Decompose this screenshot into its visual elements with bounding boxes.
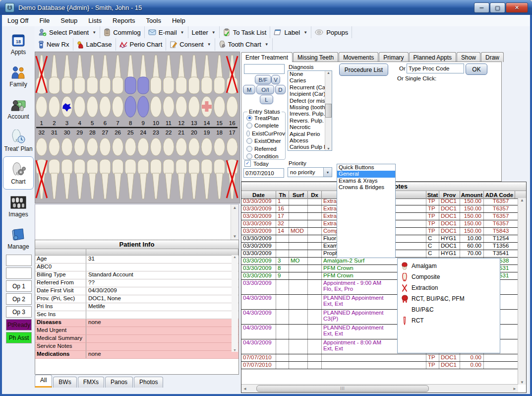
category-quick-buttons[interactable]: Quick Buttons	[337, 164, 395, 171]
radio-icon[interactable]	[246, 146, 252, 152]
quick-button-extraction[interactable]: Extraction	[398, 282, 500, 293]
scroll-down-icon[interactable]: ▼	[233, 348, 236, 352]
sidebar-module-family[interactable]: Family	[2, 60, 35, 92]
sidebar-module-appts[interactable]: 18Appts	[2, 27, 35, 60]
image-tab-photos[interactable]: Photos	[134, 377, 163, 388]
diagnosis-option-irrevers-pulp[interactable]: Irrevers. Pulp.	[288, 111, 325, 117]
menu-help[interactable]: Help	[167, 16, 191, 25]
entry-status-complete[interactable]: Complete	[243, 122, 285, 130]
scroll-up-icon[interactable]: ▲	[327, 71, 330, 74]
toolbar-button-select-patient[interactable]: Select Patient▼	[35, 26, 100, 38]
tab-primary[interactable]: Primary	[379, 52, 408, 62]
progress-notes-hscrollbar[interactable]: ◄ lll ►	[241, 384, 518, 393]
category-exams-xrays[interactable]: Exams & Xrays	[337, 178, 395, 184]
diagnosis-option-recurrent-car[interactable]: Recurrent (Car)	[288, 84, 325, 91]
dropdown-arrow-icon[interactable]: ▼	[180, 30, 184, 35]
toolbar-button-tooth-chart[interactable]: Tooth Chart▼	[215, 38, 273, 51]
entry-status-condition[interactable]: Condition	[243, 153, 285, 161]
sidebar-module-chart[interactable]: Chart	[3, 156, 34, 190]
surface-button-v[interactable]: V	[271, 75, 280, 84]
image-tab-all[interactable]: All	[35, 375, 52, 388]
tab-movements[interactable]: Movements	[339, 52, 378, 62]
progress-notes-vscrollbar[interactable]: ▲ ▼	[518, 198, 526, 385]
sidebar-module-account[interactable]: Account	[2, 92, 35, 124]
operatory-blank[interactable]	[6, 267, 32, 279]
radio-icon[interactable]	[246, 115, 252, 121]
scroll-down-icon[interactable]: ▼	[327, 147, 330, 150]
operatory-button-op-1[interactable]: Op 1	[6, 280, 32, 292]
operatory-button-op-2[interactable]: Op 2	[6, 293, 32, 305]
toolbar-button-label[interactable]: Label▼	[270, 26, 311, 38]
category-general[interactable]: General	[337, 171, 395, 177]
radio-icon[interactable]	[246, 131, 250, 136]
operatory-button-op-3[interactable]: Op 3	[6, 306, 32, 318]
procedure-date-input[interactable]	[243, 168, 284, 178]
scrollbar-thumb[interactable]	[325, 104, 332, 118]
quick-button-composite[interactable]: Composite	[398, 271, 500, 282]
entry-status-existother[interactable]: ExistOther	[243, 137, 285, 145]
column-header-surf[interactable]: Surf	[289, 191, 308, 198]
toolbar-button-consent[interactable]: Consent▼	[166, 38, 215, 51]
diagnosis-option-none[interactable]: None	[288, 71, 325, 77]
scroll-down-icon[interactable]: ▼	[233, 233, 237, 240]
diagnosis-option-incipient-car[interactable]: Incipient (Car)	[288, 91, 325, 97]
toolbar-button-popups[interactable]: Popups	[311, 26, 352, 38]
dropdown-arrow-icon[interactable]: ▼	[207, 42, 211, 47]
surface-button-l[interactable]: L	[260, 95, 273, 104]
operatory-button-ptready[interactable]: PtReady	[6, 319, 32, 330]
column-header-ada-code[interactable]: ADA Code	[484, 191, 515, 198]
surface-button-o-i[interactable]: O/I	[256, 85, 274, 94]
dropdown-arrow-icon[interactable]: ▼	[212, 30, 216, 35]
column-header-amount[interactable]: Amount	[460, 191, 484, 198]
column-header-stat[interactable]: Stat	[426, 191, 439, 198]
operatory-blank[interactable]	[6, 255, 32, 266]
diagnosis-option-carious-pulp-e[interactable]: Carious Pulp E	[288, 144, 325, 150]
image-tab-panos[interactable]: Panos	[105, 377, 133, 388]
tab-planned-appts[interactable]: Planned Appts	[409, 52, 456, 62]
surface-button-m[interactable]: M	[243, 85, 255, 94]
toolbar-button-commlog[interactable]: Commlog	[100, 26, 145, 38]
menu-lists[interactable]: Lists	[83, 16, 107, 25]
diagnosis-option-abcess[interactable]: Abcess	[288, 137, 325, 144]
today-checkbox[interactable]: ✓	[244, 160, 251, 167]
maximize-button[interactable]: ▢	[490, 2, 505, 13]
scrollbar-thumb[interactable]: lll	[256, 385, 429, 392]
radio-icon[interactable]	[246, 123, 252, 129]
patient-info-row-med-urgent[interactable]: Med Urgent	[35, 327, 238, 335]
toolbar-button-new-rx[interactable]: New Rx	[35, 38, 73, 51]
scroll-up-icon[interactable]: ▲	[233, 204, 237, 211]
chevron-down-icon[interactable]: ▼	[323, 168, 332, 177]
quick-button-bu-p-c[interactable]: BU/P&C	[398, 304, 500, 315]
notes-scrollbar[interactable]: ▲▼	[231, 204, 238, 240]
tooth-number-input[interactable]	[244, 64, 285, 74]
ok-button[interactable]: OK	[466, 64, 487, 75]
column-header-dx[interactable]: Dx	[308, 191, 322, 198]
column-header-th[interactable]: Th	[276, 191, 289, 198]
toolbar-button-to-task-list[interactable]: To Task List	[220, 26, 271, 38]
progress-note-row[interactable]: 07/07/2010TPDOC10.00	[241, 362, 518, 369]
toolbar-button-labcase[interactable]: LabCase	[73, 38, 116, 51]
category-crowns-bridges[interactable]: Crowns & Bridges	[337, 184, 395, 191]
close-button[interactable]: ✕	[506, 2, 528, 13]
graphical-tooth-chart[interactable]: 1234567891011121314151632313029282726252…	[35, 52, 240, 203]
dropdown-arrow-icon[interactable]: ▼	[303, 30, 307, 35]
scroll-right-icon[interactable]: ►	[511, 387, 518, 391]
entry-status-referred[interactable]: Referred	[243, 145, 285, 153]
patient-info-row-service-notes[interactable]: Service Notes	[35, 343, 238, 351]
patient-info-row-medical-summary[interactable]: Medical Summary	[35, 335, 238, 343]
sidebar-module-manage[interactable]: Manage	[2, 222, 35, 254]
toolbar-button-e-mail[interactable]: E-mail▼	[145, 26, 188, 38]
entry-status-treatplan[interactable]: TreatPlan	[243, 114, 285, 122]
quick-button-rct[interactable]: RCT	[398, 315, 500, 326]
surface-button-b-f[interactable]: B/F	[255, 75, 271, 84]
radio-icon[interactable]	[246, 138, 252, 144]
column-header-date[interactable]: Date	[241, 191, 276, 198]
operatory-button-ph-asst[interactable]: Ph Asst	[6, 332, 32, 343]
toolbar-button-perio-chart[interactable]: Perio Chart	[116, 38, 167, 51]
patient-info-row-referred-from[interactable]: Referred From??	[35, 279, 238, 287]
scroll-up-icon[interactable]: ▲	[233, 255, 236, 259]
patient-info-row-prov-pri-sec[interactable]: Prov. (Pri, Sec)DOC1, None	[35, 295, 238, 303]
patient-info-row-age[interactable]: Age31	[35, 256, 238, 264]
tab-draw[interactable]: Draw	[481, 52, 504, 62]
menu-setup[interactable]: Setup	[55, 16, 83, 25]
